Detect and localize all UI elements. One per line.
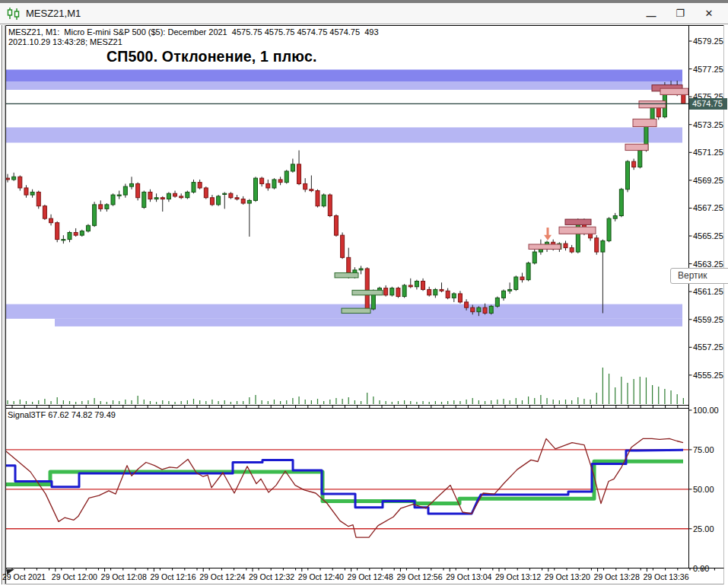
main-chart-area[interactable] — [6, 25, 688, 405]
mt4-chart-window: { "window": { "title": "MESZ21,M1", "con… — [0, 0, 728, 586]
vertical-line-tooltip: Вертик — [670, 268, 728, 284]
current-price-badge: 4574.75 — [689, 98, 727, 110]
indicator-panel[interactable] — [6, 409, 688, 568]
time-axis[interactable] — [6, 569, 728, 584]
